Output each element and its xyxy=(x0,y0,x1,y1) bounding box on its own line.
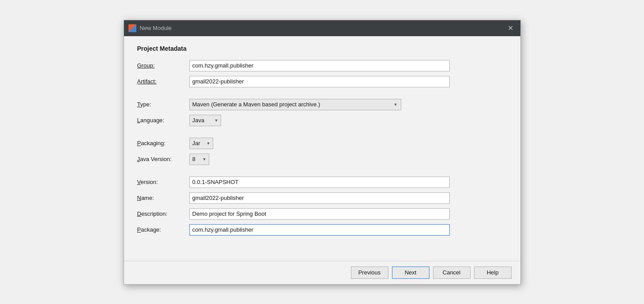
type-select-wrapper: Maven (Generate a Maven based project ar… xyxy=(189,99,401,110)
artifact-row: Artifact: xyxy=(137,76,507,87)
description-label: Description: xyxy=(137,210,186,217)
cancel-button[interactable]: Cancel xyxy=(433,266,471,279)
version-input[interactable] xyxy=(189,176,450,188)
previous-button[interactable]: Previous xyxy=(351,266,388,279)
java-version-row: Java Version: 8 11 17 xyxy=(137,154,507,165)
title-bar: New Module ✕ xyxy=(124,20,520,36)
dialog-title: New Module xyxy=(140,25,172,31)
type-select[interactable]: Maven (Generate a Maven based project ar… xyxy=(189,99,401,110)
packaging-row: Packaging: Jar War xyxy=(137,138,507,149)
close-button[interactable]: ✕ xyxy=(505,24,516,33)
name-input[interactable] xyxy=(189,192,450,204)
type-label: Type: xyxy=(137,101,186,108)
package-row: Package: xyxy=(137,224,507,236)
name-label: Name: xyxy=(137,195,186,201)
package-input[interactable] xyxy=(189,224,450,236)
language-select[interactable]: Java Kotlin Groovy xyxy=(189,115,221,126)
dialog-content: Project Metadata Group: Artifact: T xyxy=(124,36,520,261)
description-input[interactable] xyxy=(189,208,450,220)
next-button[interactable]: Next xyxy=(392,266,429,279)
form-grid: Group: Artifact: Type: Maven (Gen xyxy=(137,60,507,236)
java-version-label: Java Version: xyxy=(137,156,186,162)
title-bar-left: New Module xyxy=(128,24,172,32)
version-row: Version: xyxy=(137,176,507,188)
language-select-wrapper: Java Kotlin Groovy xyxy=(189,115,221,126)
help-button[interactable]: Help xyxy=(474,266,512,279)
description-row: Description: xyxy=(137,208,507,220)
packaging-select[interactable]: Jar War xyxy=(189,138,213,149)
new-module-dialog: New Module ✕ Project Metadata Group: Art… xyxy=(124,20,521,285)
group-label: Group: xyxy=(137,62,186,69)
artifact-label: Artifact: xyxy=(137,78,186,85)
type-row: Type: Maven (Generate a Maven based proj… xyxy=(137,99,507,110)
group-row: Group: xyxy=(137,60,507,71)
section-title: Project Metadata xyxy=(137,45,507,52)
dialog-footer: Previous Next Cancel Help xyxy=(124,261,520,284)
packaging-select-wrapper: Jar War xyxy=(189,138,213,149)
app-icon xyxy=(128,24,136,32)
language-label: Language: xyxy=(137,117,186,124)
name-row: Name: xyxy=(137,192,507,204)
packaging-label: Packaging: xyxy=(137,140,186,146)
version-label: Version: xyxy=(137,179,186,185)
java-version-select[interactable]: 8 11 17 xyxy=(189,154,209,165)
group-input[interactable] xyxy=(189,60,450,71)
artifact-input[interactable] xyxy=(189,76,450,87)
language-row: Language: Java Kotlin Groovy xyxy=(137,115,507,126)
java-version-select-wrapper: 8 11 17 xyxy=(189,154,209,165)
package-label: Package: xyxy=(137,226,186,233)
